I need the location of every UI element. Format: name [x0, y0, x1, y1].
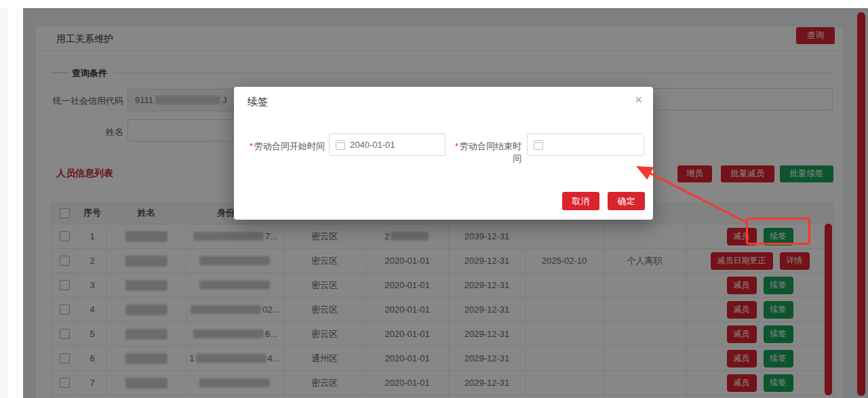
legend-divider	[114, 73, 833, 73]
id-cell: 6...	[186, 322, 283, 346]
no-cell	[78, 395, 107, 398]
actions-cell: 减员续签	[686, 322, 834, 346]
redacted-value	[199, 378, 270, 387]
table-row: 减员续签	[51, 395, 834, 398]
screen: 用工关系维护 查询 查询条件 统一社会信用代码 9111 J 姓名 人员信息列表…	[0, 0, 868, 398]
modal-title: 续签	[248, 96, 268, 108]
renew-button[interactable]: 续签	[764, 301, 793, 319]
table-row: 402...密云区2020-01-012029-12-31减员续签	[51, 298, 834, 322]
name-cell	[107, 322, 186, 346]
redacted-value	[199, 256, 270, 265]
start-cell: 2	[366, 224, 449, 248]
batch-renew-button[interactable]: 批量续签	[780, 165, 833, 182]
row-checkbox[interactable]	[60, 231, 70, 241]
name-label: 姓名	[27, 126, 123, 138]
name-cell	[107, 346, 186, 370]
remove-button[interactable]: 减员	[727, 228, 757, 245]
remove_date-cell	[526, 298, 604, 321]
details-button[interactable]: 详情	[780, 252, 810, 270]
table-scrollbar-thumb[interactable]	[825, 224, 832, 395]
contract-start-label: *劳动合同开始时间	[248, 140, 325, 153]
actions-cell: 减员续签	[686, 224, 834, 248]
redacted-value	[391, 232, 429, 241]
name-cell	[107, 273, 186, 297]
renew-button[interactable]: 续签	[764, 350, 793, 367]
district-cell: 密云区	[283, 224, 366, 248]
start-cell: 2020-01-01	[366, 346, 449, 370]
calendar-icon	[336, 140, 345, 150]
row-checkbox[interactable]	[60, 304, 70, 315]
id-cell	[186, 395, 283, 398]
page-title: 用工关系维护	[56, 33, 113, 45]
remove_reason-cell	[604, 322, 686, 346]
remove_date-cell	[526, 322, 604, 346]
id-cell: 7...	[186, 224, 283, 248]
add-member-button[interactable]: 增员	[677, 165, 712, 182]
personnel-list-title: 人员信息列表	[56, 167, 113, 180]
remove-button[interactable]: 减员	[727, 277, 757, 294]
remove_reason-cell: 个人离职	[604, 249, 686, 273]
legend-dash	[53, 72, 68, 73]
contract-end-date-input[interactable]	[527, 134, 644, 156]
remove_reason-cell	[604, 273, 686, 297]
renew-button[interactable]: 续签	[764, 325, 793, 343]
no-cell: 7	[78, 371, 107, 395]
redacted-value	[125, 329, 167, 340]
redacted-value	[125, 378, 167, 389]
redacted-value	[199, 281, 270, 290]
remove_reason-cell	[604, 395, 686, 398]
row-checkbox[interactable]	[60, 329, 70, 339]
contract-start-date-value: 2040-01-01	[350, 140, 395, 150]
header-cell: 序号	[78, 202, 107, 224]
top-margin	[0, 0, 868, 8]
row-select-cell	[51, 371, 78, 395]
remove-button[interactable]: 减员	[727, 325, 757, 343]
table-row: 17...密云区22039-12-31减员续签	[51, 224, 834, 249]
actions-cell: 减员续签	[686, 298, 834, 321]
remove_date-cell: 2025-02-10	[526, 249, 604, 273]
remove-button[interactable]: 减员	[727, 301, 757, 319]
renew-modal: 续签 × *劳动合同开始时间 2040-01-01 *劳动合同结束时间 取消 确…	[234, 87, 653, 220]
table-row: 56...密云区2020-01-012029-12-31减员续签	[51, 322, 834, 346]
renew-button[interactable]: 续签	[764, 277, 793, 294]
end-cell: 2029-12-31	[449, 298, 526, 321]
district-cell: 密云区	[283, 249, 366, 273]
row-checkbox[interactable]	[60, 256, 70, 266]
row-checkbox[interactable]	[60, 280, 70, 290]
remove-button[interactable]: 减员	[727, 374, 757, 392]
row-checkbox[interactable]	[60, 353, 70, 363]
redacted-value	[193, 330, 264, 338]
query-button[interactable]: 查询	[796, 27, 835, 44]
select-all-checkbox[interactable]	[60, 208, 70, 218]
no-cell: 1	[78, 224, 107, 248]
remove-button[interactable]: 减员	[727, 350, 757, 367]
contract-start-date-input[interactable]: 2040-01-01	[329, 134, 446, 156]
row-checkbox[interactable]	[60, 378, 70, 388]
required-asterisk: *	[455, 141, 458, 151]
renew-button[interactable]: 续签	[764, 228, 793, 245]
table-row: 2密云区2020-01-012029-12-312025-02-10个人离职减员…	[51, 249, 834, 273]
redacted-value	[125, 256, 167, 266]
cancel-button[interactable]: 取消	[562, 192, 599, 210]
end-cell: 2029-12-31	[449, 371, 526, 395]
start-cell: 2020-01-01	[366, 273, 449, 297]
redacted-value	[191, 305, 261, 314]
end-cell: 2039-12-31	[449, 224, 526, 248]
batch-remove-button[interactable]: 批量减员	[721, 165, 774, 182]
page-scrollbar[interactable]	[857, 12, 865, 396]
district-cell: 密云区	[283, 322, 366, 346]
header-select-all-cell	[51, 202, 78, 224]
actions-cell: 减员续签	[686, 273, 834, 297]
close-icon[interactable]: ×	[635, 93, 642, 107]
name-cell	[107, 224, 186, 248]
district-cell	[283, 395, 366, 398]
remove-button[interactable]: 减员日期更正	[711, 252, 773, 270]
confirm-button[interactable]: 确定	[608, 192, 645, 210]
end-cell: 2029-12-31	[449, 346, 526, 370]
end-cell	[449, 395, 526, 398]
row-select-cell	[51, 322, 78, 346]
credit-code-label: 统一社会信用代码	[27, 95, 123, 107]
id-cell	[186, 273, 283, 297]
renew-button[interactable]: 续签	[764, 374, 793, 392]
header-cell: 姓名	[107, 202, 186, 224]
